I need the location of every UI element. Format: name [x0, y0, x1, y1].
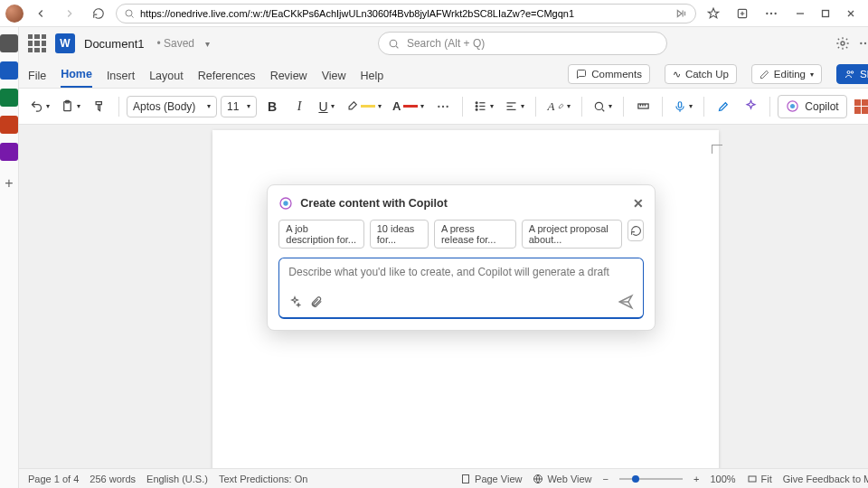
status-bar: Page 1 of 4 256 words English (U.S.) Tex…	[19, 468, 868, 488]
web-view-button[interactable]: Web View	[533, 474, 591, 484]
attach-icon[interactable]	[310, 296, 323, 308]
status-words[interactable]: 256 words	[90, 474, 136, 484]
minimize-button[interactable]	[788, 2, 812, 25]
tab-file[interactable]: File	[28, 70, 46, 88]
highlight-button[interactable]: ▾	[342, 94, 385, 119]
font-size-select[interactable]: 11▾	[221, 96, 257, 117]
underline-button[interactable]: U▾	[315, 94, 338, 119]
profile-avatar-icon[interactable]	[5, 5, 24, 23]
tab-view[interactable]: View	[322, 70, 346, 88]
ruler-button[interactable]	[631, 94, 655, 119]
dictate-button[interactable]: ▾	[670, 94, 696, 119]
maximize-button[interactable]	[814, 2, 837, 25]
undo-button[interactable]: ▾	[26, 94, 53, 119]
app-launcher-icon[interactable]	[28, 34, 46, 52]
read-aloud-icon[interactable]	[675, 7, 688, 20]
highlight-icon	[345, 100, 358, 113]
send-icon	[618, 294, 634, 310]
copilot-send-button[interactable]	[618, 294, 634, 310]
font-name-select[interactable]: Aptos (Body)▾	[127, 96, 217, 117]
comments-button[interactable]: Comments	[568, 64, 650, 84]
copilot-ribbon-button[interactable]: Copilot	[778, 95, 846, 118]
fit-button[interactable]: Fit	[747, 474, 772, 484]
sparkle-icon[interactable]	[288, 296, 301, 308]
copilot-refresh-suggestions[interactable]	[627, 220, 644, 241]
back-button[interactable]	[29, 2, 52, 25]
feedback-link[interactable]: Give Feedback to Microsoft	[783, 474, 868, 484]
align-button[interactable]: ▾	[501, 94, 528, 119]
sidebar-app-onenote[interactable]	[0, 143, 18, 161]
zoom-level[interactable]: 100%	[710, 474, 735, 484]
svg-point-16	[442, 105, 444, 107]
status-page[interactable]: Page 1 of 4	[28, 474, 79, 484]
browser-chrome	[0, 0, 868, 27]
status-predictions[interactable]: Text Predictions: On	[219, 474, 307, 484]
paste-button[interactable]: ▾	[57, 94, 84, 119]
svg-point-17	[447, 105, 448, 107]
svg-point-21	[596, 102, 603, 109]
status-language[interactable]: English (U.S.)	[146, 474, 208, 484]
address-bar[interactable]	[116, 4, 696, 23]
tab-review[interactable]: Review	[270, 70, 307, 88]
favorite-icon[interactable]	[702, 2, 725, 25]
tab-references[interactable]: References	[198, 70, 256, 88]
search-box[interactable]: Search (Alt + Q)	[378, 32, 667, 55]
tab-layout[interactable]: Layout	[149, 70, 184, 88]
page-view-button[interactable]: Page View	[460, 474, 522, 484]
copilot-suggestion-chip[interactable]: A press release for...	[434, 220, 516, 249]
url-input[interactable]	[140, 8, 670, 19]
svg-point-12	[851, 71, 854, 74]
copilot-close-button[interactable]: ✕	[633, 196, 644, 211]
bullets-button[interactable]: ▾	[470, 94, 497, 119]
web-view-icon	[533, 474, 543, 484]
editing-mode-button[interactable]: Editing ▾	[751, 64, 822, 84]
sidebar-app-excel[interactable]	[0, 89, 18, 107]
copilot-suggestion-chip[interactable]: A job description for...	[278, 220, 363, 249]
font-color-button[interactable]: A▾	[389, 94, 428, 119]
catchup-button[interactable]: ∿ Catch Up	[665, 64, 737, 84]
sidebar-app-powerpoint[interactable]	[0, 116, 18, 134]
browser-menu-icon[interactable]	[760, 2, 783, 25]
copilot-prompt-box[interactable]	[278, 258, 644, 319]
svg-point-2	[766, 12, 768, 14]
word-logo-icon: W	[55, 33, 75, 53]
styles-button[interactable]: A▾	[543, 94, 574, 119]
refresh-button[interactable]	[87, 2, 110, 25]
collections-icon[interactable]	[731, 2, 754, 25]
zoom-out-button[interactable]: −	[603, 474, 609, 484]
svg-point-19	[476, 106, 478, 108]
layout-grid-button[interactable]: ▾	[851, 94, 868, 119]
sidebar-app-word[interactable]	[0, 61, 18, 80]
close-button[interactable]	[839, 2, 863, 25]
copilot-draft-popup: Create content with Copilot ✕ A job desc…	[267, 184, 656, 331]
more-icon[interactable]	[859, 42, 868, 45]
svg-rect-23	[679, 101, 683, 107]
editor-button[interactable]	[712, 94, 735, 119]
sidebar-add-app[interactable]: +	[5, 175, 13, 192]
svg-point-8	[860, 42, 862, 44]
tab-insert[interactable]: Insert	[107, 70, 135, 88]
share-button[interactable]: Share ▾	[836, 64, 868, 84]
sidebar-app-edge[interactable]	[0, 34, 18, 52]
document-page[interactable]: Create content with Copilot ✕ A job desc…	[212, 130, 719, 468]
copilot-suggestion-chip[interactable]: A project proposal about...	[522, 220, 622, 249]
svg-point-30	[284, 201, 288, 205]
copilot-suggestion-chip[interactable]: 10 ideas for...	[370, 220, 429, 249]
font-more-button[interactable]	[431, 94, 455, 119]
bold-button[interactable]: B	[260, 94, 284, 119]
copilot-prompt-input[interactable]	[288, 266, 634, 284]
format-painter-button[interactable]	[88, 94, 111, 119]
title-dropdown-icon[interactable]: ▾	[205, 39, 210, 49]
forward-button[interactable]	[58, 2, 81, 25]
tab-help[interactable]: Help	[361, 70, 384, 88]
designer-button[interactable]	[739, 94, 762, 119]
tab-home[interactable]: Home	[61, 68, 92, 88]
os-app-sidebar: +	[0, 27, 19, 488]
pencil-icon	[760, 70, 769, 80]
zoom-slider[interactable]	[619, 478, 683, 480]
italic-button[interactable]: I	[288, 94, 311, 119]
settings-icon[interactable]	[835, 36, 850, 51]
document-title[interactable]: Document1	[84, 37, 144, 51]
find-button[interactable]: ▾	[590, 94, 616, 119]
zoom-in-button[interactable]: +	[693, 474, 699, 484]
